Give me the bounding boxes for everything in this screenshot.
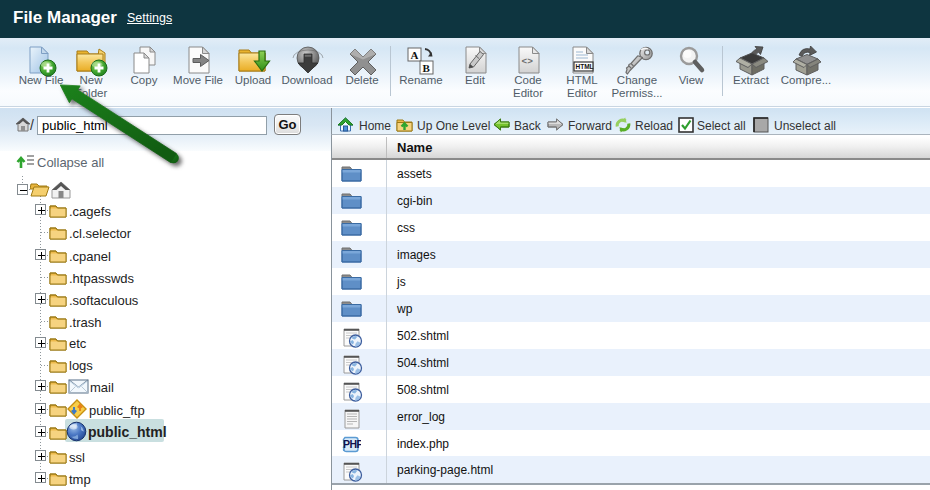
svg-text:A: A — [411, 49, 419, 61]
svg-text:PHP: PHP — [343, 438, 361, 450]
svg-text:<>: <> — [522, 56, 534, 67]
svg-text:B: B — [423, 62, 431, 74]
svg-text:HTML: HTML — [576, 63, 594, 70]
